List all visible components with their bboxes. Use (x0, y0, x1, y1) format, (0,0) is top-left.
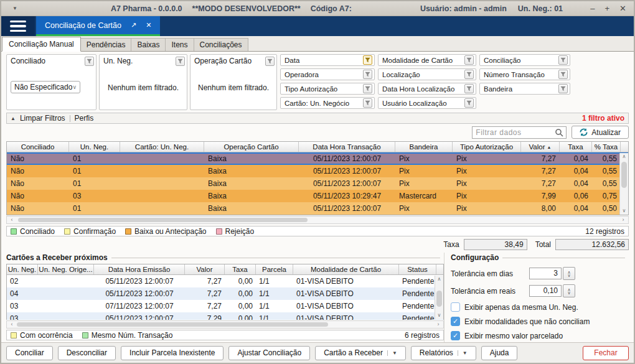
refresh-button[interactable]: Atualizar (572, 126, 629, 139)
column-header[interactable]: Cartão: Un. Neg. (120, 142, 204, 152)
dropdown-icon[interactable]: ▼ (458, 350, 468, 356)
scrollbar-thumb[interactable] (18, 218, 308, 222)
spin-down-icon[interactable]: ∨ (567, 274, 570, 277)
scroll-up-icon[interactable]: ∧ (620, 153, 628, 161)
filter-icon[interactable] (558, 84, 568, 93)
filter-chip-data[interactable]: Data (280, 54, 375, 66)
filter-chip-usuario-localizacao[interactable]: Usuário Localização (378, 97, 476, 109)
profiles-link[interactable]: Perfis (75, 114, 94, 123)
column-header[interactable]: Tipo Autorização (453, 142, 521, 152)
column-header[interactable]: Un. Neg. (69, 142, 120, 152)
checkbox-non-matching-modalities[interactable]: ✓ Exibir modalidades que não conciliam (451, 317, 629, 326)
scroll-down-icon[interactable]: ∨ (435, 312, 443, 319)
checkbox[interactable]: ✓ (451, 317, 460, 326)
column-header[interactable]: Un. Neg. Orige... (38, 264, 94, 274)
table-row[interactable]: Não01Baixa05/11/2023 12:00:07PixPix8,000… (7, 202, 628, 215)
checkbox[interactable]: ✓ (451, 331, 460, 340)
stepper-value[interactable]: 3 (529, 268, 562, 279)
subtab-itens[interactable]: Itens (165, 38, 194, 51)
column-header[interactable]: Un. Neg. (7, 264, 38, 274)
ajustar-conciliacao-button[interactable]: Ajustar Conciliação (228, 346, 310, 360)
scroll-right-icon[interactable]: › (619, 217, 627, 223)
filter-icon[interactable] (464, 98, 474, 108)
table-row[interactable]: 0405/11/2023 12:00:077,270,001/101-VISA … (7, 287, 443, 300)
search-input[interactable] (473, 128, 555, 137)
tab-conciliacao-de-cartao[interactable]: Conciliação de Cartão ↗ ✕ (36, 16, 160, 36)
scroll-down-icon[interactable]: ∨ (620, 207, 628, 215)
scroll-left-icon[interactable]: ‹ (8, 321, 16, 328)
vertical-scrollbar[interactable]: ∧ ∨ (435, 276, 443, 319)
column-header[interactable]: Valor (185, 264, 225, 274)
checkbox-same-unit[interactable]: ✓ Exibir apenas da mesma Un. Neg. (451, 302, 629, 312)
table-row[interactable]: 0205/11/2023 12:00:077,270,001/101-VISA … (7, 275, 443, 287)
hamburger-menu-icon[interactable] (1, 16, 35, 36)
filter-chip-bandeira[interactable]: Bandeira (479, 83, 570, 95)
fechar-button[interactable]: Fechar (583, 346, 629, 360)
ajuda-button[interactable]: Ajuda (481, 346, 518, 360)
scroll-up-icon[interactable]: ∧ (435, 276, 443, 283)
system-menu-icon[interactable]: ▼ (12, 6, 17, 11)
filter-chip-data-hora-localizacao[interactable]: Data Hora Localização (378, 83, 476, 95)
column-header[interactable]: Status (399, 264, 436, 274)
table-row[interactable]: Não01Baixa05/11/2023 12:00:07PixPix7,270… (7, 165, 628, 177)
column-header[interactable]: Taxa (560, 142, 592, 152)
column-header[interactable]: Operação Cartão (204, 142, 299, 152)
column-header[interactable]: Parcela (256, 264, 293, 274)
table-row[interactable]: Não01Baixa05/11/2023 12:00:07PixPix7,270… (7, 177, 628, 190)
column-header[interactable]: Modalidade de Cartão (293, 264, 399, 274)
filter-icon[interactable] (176, 57, 185, 66)
stepper-buttons[interactable]: ∧∨ (563, 267, 575, 280)
tab-close-icon[interactable]: ✕ (146, 21, 151, 29)
subtab-baixas[interactable]: Baixas (131, 38, 166, 51)
filter-icon[interactable] (363, 70, 372, 79)
filter-icon[interactable] (265, 57, 275, 66)
clear-filters-link[interactable]: Limpar Filtros (20, 114, 65, 123)
scroll-left-icon[interactable]: ‹ (8, 217, 16, 223)
relatorios-button[interactable]: Relatórios ▼ (411, 346, 476, 360)
column-header[interactable]: Bandeira (395, 142, 453, 152)
table-row[interactable]: 0305/11/2023 12:00:077,290,001/101-VISA … (7, 312, 443, 320)
table-row[interactable]: 0307/11/2023 12:00:077,270,001/101-VISA … (7, 300, 443, 312)
filter-icon[interactable] (558, 55, 568, 65)
minimize-icon[interactable]: – (590, 4, 595, 12)
filter-chip-cartao-un-negocio[interactable]: Cartão: Un. Negócio (280, 97, 375, 109)
vertical-scrollbar[interactable]: ∧ ∨ (619, 153, 628, 215)
maximize-icon[interactable]: + (605, 4, 610, 12)
column-header[interactable]: Taxa (225, 264, 256, 274)
scrollbar-thumb[interactable] (436, 291, 442, 307)
incluir-parcela-button[interactable]: Incluir Parcela Inexistente (121, 346, 223, 360)
filter-chip-modalidade[interactable]: Modalidade de Cartão (378, 54, 476, 66)
filter-icon[interactable] (464, 84, 474, 93)
filter-icon[interactable] (558, 70, 568, 79)
collapse-icon[interactable]: ▲ (11, 116, 16, 121)
horizontal-scrollbar[interactable]: ‹ › (6, 320, 444, 329)
stepper-buttons[interactable]: ∧∨ (563, 284, 575, 297)
cartao-a-receber-button[interactable]: Cartão a Receber ▼ (315, 346, 406, 360)
conciliado-select[interactable]: Não Especificado ∨ (11, 81, 80, 93)
filter-icon[interactable] (464, 55, 474, 65)
spin-down-icon[interactable]: ∨ (567, 291, 570, 294)
dropdown-icon[interactable]: ▼ (387, 350, 397, 356)
filter-chip-localizacao[interactable]: Localização (378, 68, 476, 80)
scroll-right-icon[interactable]: › (435, 321, 442, 328)
subtab-conciliacao-manual[interactable]: Conciliação Manual (2, 37, 81, 52)
column-header[interactable]: Data Hora Emissão (94, 264, 185, 274)
table-row[interactable]: Não03Baixa05/11/2023 10:29:47MastercardP… (7, 190, 628, 202)
filter-icon[interactable] (85, 57, 94, 66)
column-header[interactable]: Data Hora Transação (299, 142, 395, 152)
filter-chip-tipo-autorizacao[interactable]: Tipo Autorização (280, 83, 375, 95)
checkbox-same-installment-value[interactable]: ✓ Exibir mesmo valor parcelado (451, 331, 629, 340)
scrollbar-thumb[interactable] (17, 322, 328, 327)
conciliar-button[interactable]: Conciliar (6, 346, 53, 360)
column-header-sorted[interactable]: Valor▲ (521, 142, 560, 152)
active-filter-icon[interactable] (363, 55, 372, 65)
horizontal-scrollbar[interactable]: ‹ › (6, 216, 629, 224)
column-header[interactable]: % Taxa (592, 142, 621, 152)
filter-icon[interactable] (363, 98, 372, 108)
table-row-selected[interactable]: Não01Baixa05/11/2023 12:00:07PixPix7,270… (7, 152, 628, 165)
filter-chip-conciliacao[interactable]: Conciliação (479, 54, 570, 66)
scrollbar-thumb[interactable] (621, 162, 627, 188)
column-header[interactable]: Conciliado (7, 142, 69, 152)
subtab-conciliacoes[interactable]: Conciliações (194, 38, 248, 51)
filter-icon[interactable] (464, 70, 474, 79)
